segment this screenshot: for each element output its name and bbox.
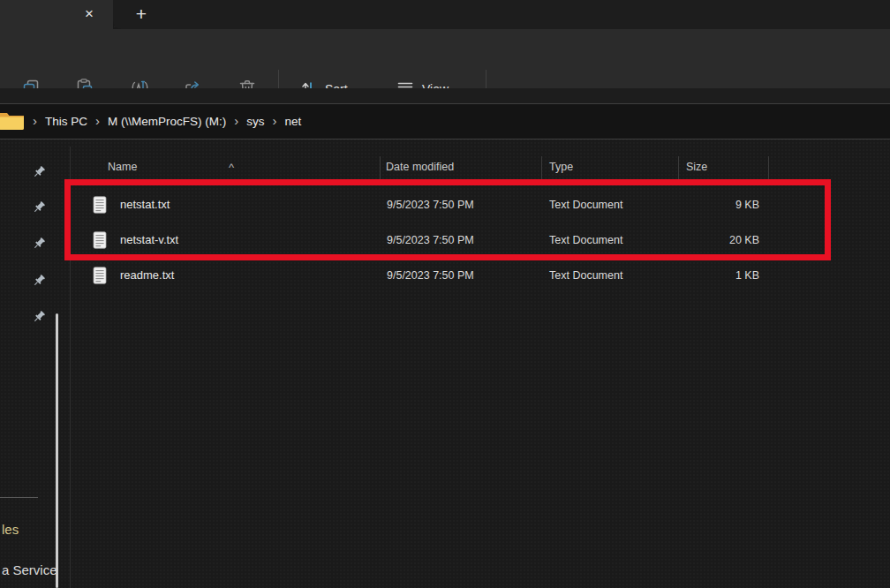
file-date-modified: 9/5/2023 7:50 PM xyxy=(387,199,474,211)
file-size: 20 KB xyxy=(678,234,759,246)
file-row-netstat-v[interactable]: netstat-v.txt 9/5/2023 7:50 PM Text Docu… xyxy=(75,222,845,258)
pin-icon[interactable] xyxy=(31,273,47,289)
column-header-type[interactable]: Type xyxy=(549,161,573,173)
nav-item-partial[interactable]: les xyxy=(2,522,19,537)
breadcrumb-sys[interactable]: sys xyxy=(246,115,264,128)
text-file-icon xyxy=(93,196,107,214)
file-date-modified: 9/5/2023 7:50 PM xyxy=(387,234,474,246)
folder-icon xyxy=(0,109,25,134)
column-header-size[interactable]: Size xyxy=(686,161,707,173)
tab-bar: × + xyxy=(0,0,890,29)
column-divider[interactable] xyxy=(541,156,542,179)
nav-scrollbar[interactable] xyxy=(56,313,58,588)
pin-icon[interactable] xyxy=(31,236,47,252)
breadcrumb-net[interactable]: net xyxy=(285,115,302,128)
explorer-tab[interactable]: × xyxy=(0,0,113,29)
tab-close-button[interactable]: × xyxy=(77,2,102,26)
file-name: readme.txt xyxy=(120,268,174,282)
chevron-right-icon: › xyxy=(234,114,238,127)
file-row-netstat[interactable]: netstat.txt 9/5/2023 7:50 PM Text Docume… xyxy=(75,187,845,222)
file-name: netstat-v.txt xyxy=(120,233,178,246)
tab-strip-background: + xyxy=(113,0,890,29)
text-file-icon xyxy=(93,267,107,284)
nav-item-partial[interactable]: a Service xyxy=(2,562,57,577)
column-divider[interactable] xyxy=(678,156,679,179)
command-bar: Sort View xyxy=(0,29,890,88)
breadcrumb-this-pc[interactable]: This PC xyxy=(45,115,87,128)
pin-icon[interactable] xyxy=(31,164,47,180)
file-type: Text Document xyxy=(549,269,622,282)
nav-divider xyxy=(0,497,38,498)
new-tab-button[interactable]: + xyxy=(128,1,155,27)
column-header-name[interactable]: Name xyxy=(108,161,137,173)
pin-icon[interactable] xyxy=(31,200,47,215)
file-date-modified: 9/5/2023 7:50 PM xyxy=(387,269,474,282)
sort-caret-icon[interactable]: ^ xyxy=(229,161,234,174)
file-explorer-window: × + xyxy=(0,0,890,588)
pane-separator xyxy=(70,147,71,588)
column-divider[interactable] xyxy=(380,156,381,179)
pin-icon[interactable] xyxy=(31,309,47,325)
column-header-row: Name ^ Date modified Type Size xyxy=(75,153,852,181)
file-size: 1 KB xyxy=(678,269,759,282)
breadcrumb-drive[interactable]: M (\\MemProcFS) (M:) xyxy=(108,115,226,128)
file-type: Text Document xyxy=(549,199,622,211)
chevron-right-icon: › xyxy=(273,114,277,127)
chevron-right-icon: › xyxy=(33,114,37,127)
file-size: 9 KB xyxy=(678,199,759,211)
file-name: netstat.txt xyxy=(120,198,170,211)
file-row-readme[interactable]: readme.txt 9/5/2023 7:50 PM Text Documen… xyxy=(75,258,845,293)
addressbar-margin xyxy=(0,88,890,103)
text-file-icon xyxy=(93,231,107,249)
column-header-date-modified[interactable]: Date modified xyxy=(386,161,454,173)
address-bar[interactable]: › This PC › M (\\MemProcFS) (M:) › sys ›… xyxy=(0,103,890,139)
chevron-right-icon: › xyxy=(95,114,100,127)
file-type: Text Document xyxy=(549,234,622,246)
column-divider[interactable] xyxy=(768,156,769,179)
